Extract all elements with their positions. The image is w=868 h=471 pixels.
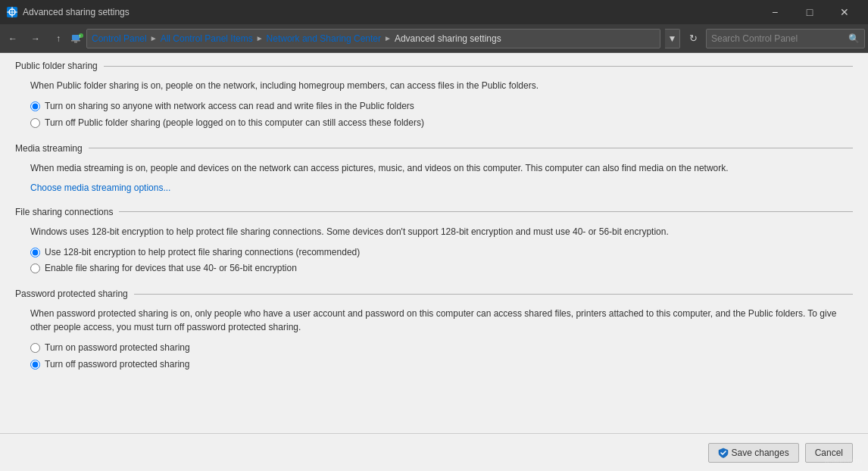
breadcrumb-control-panel[interactable]: Control Panel — [92, 33, 147, 44]
refresh-button[interactable]: ↻ — [683, 29, 703, 48]
section-divider — [104, 66, 853, 67]
window-title: Advanced sharing settings — [23, 7, 757, 17]
media-streaming-title: Media streaming — [15, 143, 83, 154]
radio-40-56bit-label: Enable file sharing for devices that use… — [45, 262, 297, 275]
search-box: 🔍 — [706, 29, 865, 48]
public-folder-sharing-title: Public folder sharing — [15, 61, 98, 71]
address-bar: ← → ↑ ! Control Panel ► All Control Pane… — [0, 24, 868, 53]
section-divider — [134, 294, 853, 295]
radio-item-turn-on-password: Turn on password protected sharing — [30, 342, 838, 354]
public-folder-sharing-content: When Public folder sharing is on, people… — [0, 79, 853, 129]
media-streaming-link[interactable]: Choose media streaming options... — [30, 182, 170, 193]
radio-turn-on-sharing[interactable] — [30, 101, 40, 111]
breadcrumb-advanced-sharing-label: Advanced sharing settings — [395, 33, 501, 44]
close-button[interactable]: ✕ — [827, 0, 862, 24]
section-divider — [119, 211, 853, 212]
search-icon[interactable]: 🔍 — [848, 33, 860, 44]
save-changes-button[interactable]: Save changes — [708, 443, 799, 463]
media-streaming-desc: When media streaming is on, people and d… — [30, 161, 838, 175]
forward-button[interactable]: → — [26, 29, 45, 48]
title-bar: Advanced sharing settings − □ ✕ — [0, 0, 868, 24]
breadcrumb-all-items-label: All Control Panel Items — [161, 33, 253, 44]
radio-turn-off-sharing-label: Turn off Public folder sharing (people l… — [45, 117, 424, 129]
svg-rect-4 — [72, 35, 80, 40]
radio-item-turn-off-password: Turn off password protected sharing — [30, 358, 838, 371]
minimize-button[interactable]: − — [757, 0, 792, 24]
public-folder-sharing-header: Public folder sharing — [0, 61, 853, 71]
breadcrumb-advanced-sharing[interactable]: Advanced sharing settings — [395, 33, 501, 44]
public-folder-sharing-options: Turn on sharing so anyone with network a… — [30, 100, 838, 129]
radio-turn-off-password-label: Turn off password protected sharing — [45, 358, 189, 371]
content-scrollable[interactable]: Public folder sharing When Public folder… — [0, 53, 868, 433]
file-sharing-connections-title: File sharing connections — [15, 207, 113, 217]
public-folder-sharing-desc: When Public folder sharing is on, people… — [30, 79, 838, 92]
password-protected-sharing-header: Password protected sharing — [0, 289, 853, 299]
file-sharing-connections-header: File sharing connections — [0, 207, 853, 217]
shield-icon — [718, 448, 729, 458]
breadcrumb-dropdown-button[interactable]: ▼ — [665, 29, 680, 48]
radio-turn-off-password[interactable] — [30, 360, 40, 370]
radio-item-turn-off-sharing: Turn off Public folder sharing (people l… — [30, 117, 838, 129]
svg-rect-5 — [71, 40, 80, 42]
search-input[interactable] — [711, 33, 848, 44]
breadcrumb-network-sharing[interactable]: Network and Sharing Center — [267, 33, 381, 44]
public-folder-sharing-section: Public folder sharing When Public folder… — [0, 61, 853, 129]
window-controls: − □ ✕ — [757, 0, 862, 24]
media-streaming-header: Media streaming — [0, 143, 853, 154]
password-protected-sharing-section: Password protected sharing When password… — [0, 289, 853, 371]
password-protected-sharing-desc: When password protected sharing is on, o… — [30, 307, 838, 334]
app-icon — [6, 6, 18, 18]
media-streaming-content: When media streaming is on, people and d… — [0, 161, 853, 193]
section-divider — [89, 148, 853, 148]
svg-rect-6 — [74, 41, 77, 42]
password-protected-sharing-title: Password protected sharing — [15, 289, 128, 299]
breadcrumb-control-panel-label: Control Panel — [92, 33, 147, 44]
bottom-bar: Save changes Cancel — [0, 433, 868, 471]
radio-turn-off-sharing[interactable] — [30, 118, 40, 128]
radio-turn-on-password-label: Turn on password protected sharing — [45, 342, 190, 354]
file-sharing-connections-desc: Windows uses 128-bit encryption to help … — [30, 225, 838, 239]
radio-128bit-label: Use 128-bit encryption to help protect f… — [45, 246, 360, 259]
file-sharing-connections-content: Windows uses 128-bit encryption to help … — [0, 225, 853, 276]
radio-turn-on-password[interactable] — [30, 343, 40, 353]
radio-40-56bit[interactable] — [30, 264, 40, 273]
maximize-button[interactable]: □ — [792, 0, 827, 24]
password-protected-sharing-content: When password protected sharing is on, o… — [0, 307, 853, 371]
radio-item-turn-on-sharing: Turn on sharing so anyone with network a… — [30, 100, 838, 113]
main-area: Public folder sharing When Public folder… — [0, 53, 868, 471]
radio-item-128bit: Use 128-bit encryption to help protect f… — [30, 246, 838, 259]
file-sharing-connections-section: File sharing connections Windows uses 12… — [0, 207, 853, 276]
breadcrumb-all-items[interactable]: All Control Panel Items — [161, 33, 253, 44]
up-button[interactable]: ↑ — [48, 29, 68, 48]
breadcrumb-network-sharing-label: Network and Sharing Center — [267, 33, 381, 44]
breadcrumb-bar[interactable]: Control Panel ► All Control Panel Items … — [86, 29, 660, 48]
cancel-button[interactable]: Cancel — [805, 443, 853, 463]
file-sharing-connections-options: Use 128-bit encryption to help protect f… — [30, 246, 838, 276]
radio-turn-on-sharing-label: Turn on sharing so anyone with network a… — [45, 100, 414, 113]
radio-128bit[interactable] — [30, 248, 40, 257]
radio-item-40-56bit: Enable file sharing for devices that use… — [30, 262, 838, 275]
save-changes-label: Save changes — [732, 448, 789, 458]
content-panel: Public folder sharing When Public folder… — [0, 53, 868, 471]
password-protected-sharing-options: Turn on password protected sharing Turn … — [30, 342, 838, 371]
back-button[interactable]: ← — [3, 29, 23, 48]
network-icon: ! — [71, 33, 83, 45]
media-streaming-section: Media streaming When media streaming is … — [0, 143, 853, 193]
